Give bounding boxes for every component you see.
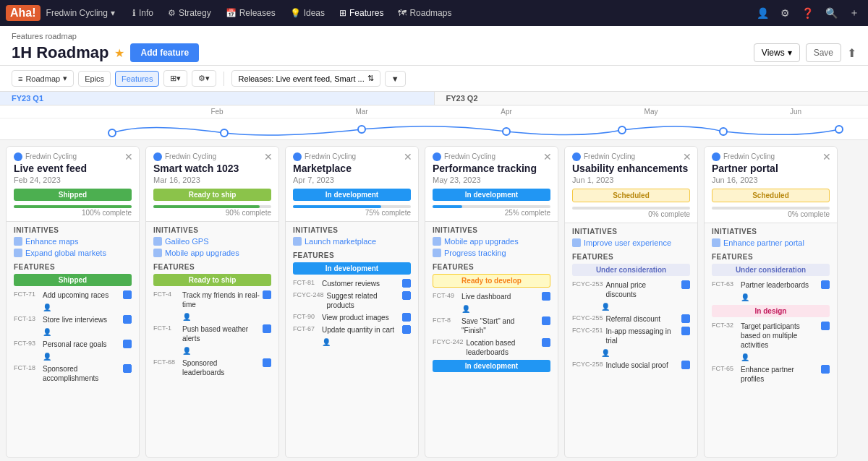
release-title[interactable]: Performance tracking: [433, 163, 550, 174]
release-title[interactable]: Usability enhancements: [572, 163, 690, 174]
initiative-item[interactable]: Galileo GPS: [146, 236, 278, 247]
progress-bar-fill: [293, 205, 381, 208]
release-title[interactable]: Smart watch 1023: [153, 163, 271, 174]
feature-item: FCYC-258 Include social proof: [565, 359, 697, 371]
settings-filter-button[interactable]: ⚙▾: [192, 70, 216, 87]
initiative-item[interactable]: Expand global markets: [7, 247, 139, 259]
share-icon[interactable]: ⬆: [847, 46, 856, 60]
favorite-icon[interactable]: ★: [114, 46, 124, 60]
feature-text[interactable]: Store live interviews: [43, 315, 120, 324]
release-title[interactable]: Marketplace: [293, 163, 411, 174]
views-button[interactable]: Views ▾: [754, 43, 800, 62]
feature-text[interactable]: In-app messaging in trial: [606, 327, 678, 345]
feature-text[interactable]: Personal race goals: [43, 340, 120, 349]
feature-checkbox[interactable]: [402, 325, 411, 334]
release-column-col2: Fredwin Cycling Smart watch 1023 Mar 16,…: [145, 146, 279, 458]
feature-text[interactable]: Annual price discounts: [606, 280, 678, 299]
feature-text[interactable]: Update quantity in cart: [322, 325, 399, 335]
feature-checkbox[interactable]: [681, 280, 690, 289]
releases-filter[interactable]: Releases: Live event feed, Smart ... ⇅: [231, 70, 380, 87]
feature-checkbox[interactable]: [263, 324, 271, 333]
initiative-item[interactable]: Progress tracking: [425, 247, 558, 259]
initiative-item[interactable]: Mobile app upgrades: [425, 236, 558, 247]
initiative-item[interactable]: Launch marketplace: [286, 236, 418, 247]
feature-text[interactable]: Suggest related products: [327, 291, 399, 310]
nav-features[interactable]: ⊞ Features: [333, 5, 389, 21]
initiative-item[interactable]: Enhance maps: [7, 236, 139, 247]
save-button[interactable]: Save: [806, 43, 841, 62]
features-button[interactable]: Features: [115, 71, 159, 87]
feature-text[interactable]: Target participants based on multiple ac…: [741, 322, 818, 350]
feature-text[interactable]: Referral discount: [606, 314, 678, 324]
person-icon-row: 👤: [705, 351, 837, 363]
feature-text[interactable]: Customer reviews: [322, 279, 399, 288]
initiative-item[interactable]: Enhance partner portal: [705, 237, 837, 249]
progress-bar-bg: [153, 205, 271, 208]
feature-checkbox[interactable]: [542, 316, 550, 325]
nav-info[interactable]: ℹ Info: [127, 5, 159, 21]
feature-checkbox[interactable]: [821, 322, 830, 330]
close-button[interactable]: ✕: [822, 151, 831, 163]
settings-icon[interactable]: ⚙: [778, 6, 793, 20]
help-icon[interactable]: ❓: [799, 6, 817, 20]
search-icon[interactable]: 🔍: [822, 6, 841, 20]
company-icon: [572, 152, 581, 161]
filter-icon-button[interactable]: ▼: [385, 71, 406, 87]
product-selector[interactable]: Fredwin Cycling ▾: [46, 8, 115, 18]
release-date: Jun 1, 2023: [572, 176, 690, 184]
avatar-icon[interactable]: 👤: [754, 6, 772, 20]
feature-checkbox[interactable]: [123, 340, 132, 348]
feature-text[interactable]: Track my friends in real-time: [182, 290, 260, 309]
close-button[interactable]: ✕: [543, 151, 552, 163]
feature-text[interactable]: Add upcoming races: [43, 290, 120, 300]
feature-checkbox[interactable]: [123, 364, 132, 373]
release-title[interactable]: Live event feed: [14, 163, 132, 174]
initiative-item[interactable]: Mobile app upgrades: [146, 247, 278, 259]
nav-releases[interactable]: 📅 Releases: [220, 5, 281, 21]
feature-checkbox[interactable]: [542, 292, 550, 301]
close-button[interactable]: ✕: [124, 151, 133, 163]
feature-checkbox[interactable]: [402, 291, 411, 300]
close-button[interactable]: ✕: [404, 151, 412, 163]
release-title[interactable]: Partner portal: [712, 163, 830, 174]
logo[interactable]: Aha!: [6, 5, 41, 21]
display-button[interactable]: ⊞▾: [163, 70, 187, 87]
feature-text[interactable]: Live dashboard: [461, 292, 539, 301]
roadmap-view-button[interactable]: ≡ Roadmap ▾: [12, 70, 74, 87]
feature-text[interactable]: Include social proof: [606, 361, 678, 370]
feature-checkbox[interactable]: [681, 361, 690, 369]
release-status-badge: In development: [433, 189, 550, 201]
progress-label: 0% complete: [712, 210, 830, 218]
feature-text[interactable]: View product images: [322, 313, 399, 322]
release-body: Initiatives Galileo GPS Mobile app upgra…: [146, 222, 278, 457]
add-feature-button[interactable]: Add feature: [130, 43, 199, 62]
feature-checkbox[interactable]: [123, 315, 132, 324]
feature-text[interactable]: Partner leaderboards: [741, 280, 818, 290]
feature-checkbox[interactable]: [263, 290, 271, 299]
feature-checkbox[interactable]: [821, 365, 830, 374]
add-icon[interactable]: ＋: [846, 5, 862, 21]
close-button[interactable]: ✕: [264, 151, 273, 163]
feature-checkbox[interactable]: [402, 313, 411, 322]
epics-button[interactable]: Epics: [78, 71, 111, 87]
feature-checkbox[interactable]: [681, 327, 690, 335]
nav-ideas[interactable]: 💡 Ideas: [284, 5, 331, 21]
feature-text[interactable]: Location based leaderboards: [467, 338, 539, 357]
feature-checkbox[interactable]: [821, 280, 830, 289]
initiative-item[interactable]: Improve user experience: [565, 237, 697, 249]
initiative-label: Galileo GPS: [165, 237, 209, 246]
feature-text[interactable]: Sponsored accomplishments: [43, 364, 120, 383]
feature-checkbox[interactable]: [263, 358, 271, 367]
feature-checkbox[interactable]: [542, 338, 550, 347]
feature-checkbox[interactable]: [681, 314, 690, 323]
nav-roadmaps[interactable]: 🗺 Roadmaps: [392, 5, 457, 21]
feature-checkbox[interactable]: [123, 290, 132, 299]
feature-checkbox[interactable]: [402, 279, 411, 288]
close-button[interactable]: ✕: [683, 151, 692, 163]
feature-text[interactable]: Enhance partner profiles: [741, 365, 818, 384]
feature-text[interactable]: Sponsored leaderboards: [182, 358, 260, 377]
feature-text[interactable]: Push based weather alerts: [182, 324, 260, 343]
nav-strategy[interactable]: ⚙ Strategy: [162, 5, 217, 21]
feature-text[interactable]: Save "Start" and "Finish": [461, 316, 539, 335]
feature-status-badge: Under consideration: [565, 262, 697, 279]
